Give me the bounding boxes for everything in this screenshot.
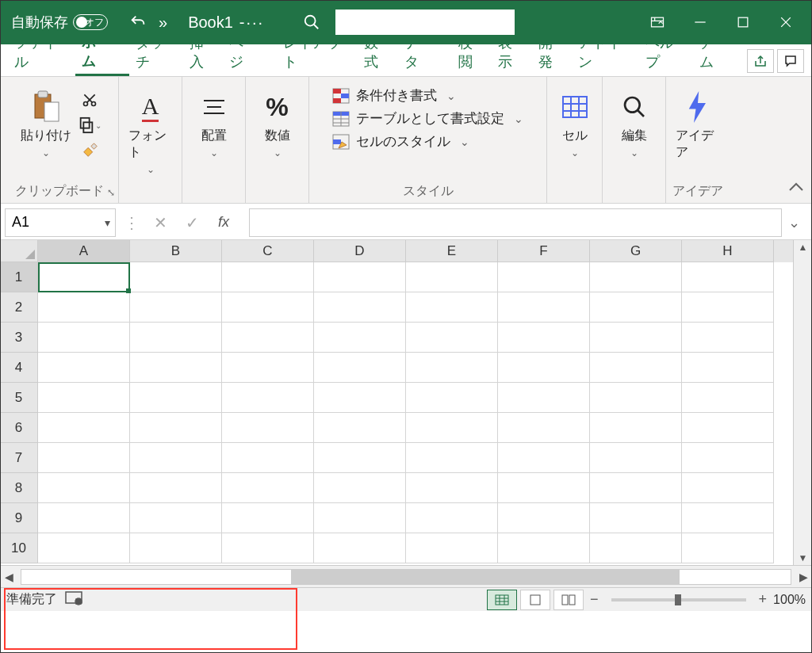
share-button[interactable]	[747, 49, 774, 73]
cut-button[interactable]	[78, 90, 102, 110]
row-header[interactable]: 1	[0, 262, 38, 292]
column-header[interactable]: E	[406, 240, 498, 262]
ribbon-mode-button[interactable]	[636, 0, 679, 44]
group-styles: 条件付き書式⌄ テーブルとして書式設定⌄ セルのスタイル⌄ スタイル	[309, 77, 547, 203]
zoom-in-button[interactable]: +	[756, 591, 771, 608]
number-button[interactable]: % 数値 ⌄	[257, 86, 298, 162]
ideas-button[interactable]: アイデア	[672, 86, 723, 164]
zoom-slider[interactable]	[611, 598, 746, 601]
group-label: クリップボード	[0, 183, 118, 200]
select-all-corner[interactable]	[0, 240, 38, 262]
expand-formula-bar[interactable]: ⌄	[788, 214, 807, 231]
group-editing: 編集 ⌄	[603, 77, 666, 203]
editing-button[interactable]: 編集 ⌄	[614, 86, 655, 162]
svg-rect-22	[333, 98, 341, 103]
status-bar: 準備完了 − + 100%	[0, 587, 812, 611]
column-header[interactable]: B	[130, 240, 222, 262]
page-layout-view-button[interactable]	[520, 590, 550, 610]
scroll-right-icon[interactable]: ▶	[795, 571, 812, 583]
cancel-button[interactable]: ✕	[144, 208, 176, 237]
row-header[interactable]: 7	[0, 443, 38, 473]
collapse-ribbon-button[interactable]	[788, 182, 804, 197]
table-icon	[332, 111, 350, 127]
cell-styles-button[interactable]: セルのスタイル⌄	[332, 132, 523, 151]
search-icon	[617, 90, 652, 124]
dialog-launcher-icon[interactable]: ⤡	[107, 187, 115, 198]
zoom-level[interactable]: 100%	[773, 593, 806, 607]
close-button[interactable]	[764, 0, 807, 44]
svg-rect-46	[562, 595, 568, 605]
comments-button[interactable]	[777, 49, 804, 73]
column-header[interactable]: C	[222, 240, 314, 262]
cells-button[interactable]: セル ⌄	[554, 86, 596, 162]
chevron-down-icon: ⌄	[210, 147, 218, 158]
document-title[interactable]: Book1 -···	[188, 13, 264, 32]
row-header[interactable]: 10	[0, 533, 38, 563]
row-header[interactable]: 3	[0, 323, 38, 353]
zoom-out-button[interactable]: −	[587, 591, 602, 608]
svg-rect-30	[563, 97, 587, 117]
column-header[interactable]: H	[682, 240, 774, 262]
column-headers: A B C D E F G H	[0, 240, 812, 262]
svg-rect-21	[341, 94, 349, 98]
page-break-view-button[interactable]	[553, 590, 584, 610]
chevron-down-icon: ⌄	[630, 147, 638, 158]
enter-button[interactable]: ✓	[176, 208, 208, 237]
insert-function-button[interactable]: fx	[208, 208, 239, 237]
search-icon[interactable]	[296, 6, 327, 38]
copy-button[interactable]: ⌄	[78, 115, 102, 136]
autosave-label: 自動保存	[11, 13, 68, 32]
undo-button[interactable]	[122, 6, 154, 38]
column-header[interactable]: F	[498, 240, 590, 262]
row-header[interactable]: 4	[0, 353, 38, 383]
cells-area[interactable]	[38, 262, 812, 565]
paste-button[interactable]: 貼り付け ⌄	[17, 86, 75, 162]
worksheet-grid: A B C D E F G H 1 2 3 4 5 6 7 8 9 10	[0, 240, 812, 565]
minimize-button[interactable]	[679, 0, 722, 44]
conditional-format-icon	[332, 88, 350, 104]
scroll-down-icon[interactable]: ▼	[799, 552, 808, 563]
zoom-thumb[interactable]	[675, 594, 681, 605]
scroll-thumb[interactable]	[291, 570, 680, 584]
row-header[interactable]: 2	[0, 292, 38, 323]
svg-rect-20	[333, 89, 341, 94]
scroll-left-icon[interactable]: ◀	[0, 571, 17, 583]
chevron-down-icon[interactable]: ▾	[105, 216, 110, 229]
group-number: % 数値 ⌄	[246, 77, 309, 203]
autosave-toggle[interactable]: 自動保存 オフ	[5, 13, 114, 32]
svg-rect-9	[44, 102, 59, 121]
percent-icon: %	[260, 90, 295, 124]
search-input[interactable]	[335, 10, 515, 35]
svg-rect-39	[76, 599, 81, 604]
column-header[interactable]: A	[38, 240, 130, 262]
font-icon: A	[133, 90, 168, 124]
alignment-button[interactable]: 配置 ⌄	[193, 86, 235, 162]
drag-handle[interactable]: ⋮	[124, 213, 136, 232]
font-button[interactable]: A フォント ⌄	[125, 86, 175, 178]
format-as-table-button[interactable]: テーブルとして書式設定⌄	[332, 109, 523, 128]
row-header[interactable]: 9	[0, 503, 38, 533]
maximize-button[interactable]	[722, 0, 764, 44]
scroll-up-icon[interactable]: ▲	[799, 242, 808, 253]
format-painter-button[interactable]	[78, 140, 102, 161]
row-header[interactable]: 5	[0, 383, 38, 413]
vertical-scrollbar[interactable]: ▲ ▼	[793, 240, 812, 565]
column-header[interactable]: G	[590, 240, 682, 262]
group-font: A フォント ⌄	[119, 77, 182, 203]
formula-bar: A1 ▾ ⋮ ✕ ✓ fx ⌄	[0, 205, 812, 240]
svg-rect-40	[496, 595, 508, 605]
chevron-down-icon: ⌄	[274, 147, 282, 158]
row-header[interactable]: 8	[0, 473, 38, 503]
quick-access-more[interactable]: »	[159, 13, 167, 32]
paste-icon	[29, 90, 63, 124]
toggle-switch[interactable]: オフ	[73, 14, 108, 30]
conditional-format-button[interactable]: 条件付き書式⌄	[332, 86, 523, 105]
macro-record-icon[interactable]	[65, 591, 82, 609]
name-box[interactable]: A1 ▾	[5, 208, 116, 237]
normal-view-button[interactable]	[487, 590, 517, 610]
horizontal-scrollbar[interactable]	[21, 569, 791, 585]
column-header[interactable]: D	[314, 240, 406, 262]
row-header[interactable]: 6	[0, 413, 38, 443]
ribbon-tabs: ファイル ホーム タッチ 挿入 ページ レイアウト 数式 データ 校閲 表示 開…	[0, 44, 812, 77]
formula-input[interactable]	[249, 208, 782, 237]
